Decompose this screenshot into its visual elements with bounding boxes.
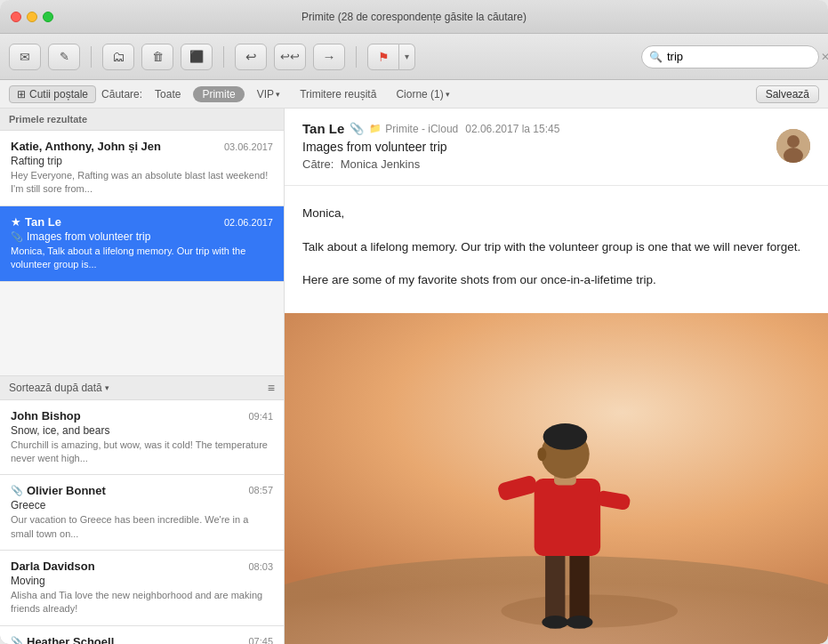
email-header-row: 📎 Olivier Bonnet 08:57 [11,484,273,497]
save-button[interactable]: Salvează [756,85,819,103]
tab-toate[interactable]: Toate [148,86,188,102]
traffic-lights [11,12,53,22]
reply-all-icon: ↩↩ [280,50,300,63]
email-sender: Olivier Bonnet [27,484,106,497]
reply-all-button[interactable]: ↩↩ [274,44,306,70]
email-body-p2: Here are some of my favorite shots from … [302,270,810,290]
tab-vip[interactable]: VIP▾ [250,86,287,102]
avatar-image [776,129,810,163]
search-icon: 🔍 [649,51,663,63]
toolbar-separator-3 [356,46,357,68]
sender-row: ★ Tan Le [11,215,61,229]
sort-bar: Sortează după dată ▾ ≡ [0,375,284,400]
ciorne-chevron-icon: ▾ [446,90,450,99]
email-preview: Alisha and Tia love the new neighborhood… [11,589,273,616]
email-sender: John Bishop [11,409,81,423]
reply-button[interactable]: ↩ [235,44,267,70]
move-button[interactable]: ⬛ [181,44,213,70]
email-image-area [285,313,828,644]
attachment-icon: 📎 [11,485,23,496]
mail-window: Primite (28 de corespondențe găsite la c… [0,0,828,644]
volunteer-trip-image [285,313,828,644]
list-item[interactable]: Darla Davidson 08:03 Moving Alisha and T… [0,551,284,626]
folder-info: 📁 Primite - iCloud [369,123,458,135]
flag-button[interactable]: ⚑ [367,44,399,70]
chevron-down-icon: ▾ [405,52,409,61]
tab-trimitere[interactable]: Trimitere reușită [293,86,383,102]
new-message-button[interactable]: ✉ [9,44,41,70]
email-header-row: Katie, Anthony, John și Jen 03.06.2017 [11,140,273,153]
email-view-left: Tan Le 📎 📁 Primite - iCloud 02.06.2017 l… [302,121,776,171]
email-date: 03.06.2017 [224,141,273,152]
email-sender: Heather Schoell [27,635,114,644]
avatar [776,129,810,163]
move-icon: ⬛ [189,50,204,63]
email-preview: Monica, Talk about a lifelong memory. Ou… [11,245,273,272]
email-sender: Tan Le [25,215,61,229]
sender-row: Katie, Anthony, John și Jen [11,140,161,153]
email-body-p1: Talk about a lifelong memory. Our trip w… [302,237,810,257]
list-item[interactable]: 📎 Olivier Bonnet 08:57 Greece Our vacati… [0,475,284,551]
minimize-button[interactable] [27,12,37,22]
forward-button[interactable]: → [313,44,345,70]
sidebar-icon: ⊞ [17,88,26,101]
filterbar: ⊞ Cutii poștale Căutare: Toate Primite V… [0,80,828,109]
titlebar: Primite (28 de corespondențe găsite la c… [0,0,828,34]
email-subject: Greece [11,499,273,511]
email-subject: Snow, ice, and bears [11,424,273,437]
delete-button[interactable]: 🗑 [141,44,173,70]
toolbar-separator-1 [91,46,92,68]
list-item[interactable]: John Bishop 09:41 Snow, ice, and bears C… [0,400,284,476]
sender-row: 📎 Olivier Bonnet [11,484,106,497]
email-date: 07:45 [248,636,273,644]
email-date: 09:41 [248,411,273,422]
email-header-row: ★ Tan Le 02.06.2017 [11,215,273,229]
close-button[interactable] [11,12,21,22]
email-preview: Our vacation to Greece has been incredib… [11,513,273,541]
archive-icon: 🗂 [112,49,125,64]
svg-rect-7 [569,544,589,622]
email-list: Katie, Anthony, John și Jen 03.06.2017 R… [0,131,284,375]
subject-row: 📎 Images from volunteer trip [11,230,273,245]
right-panel: Tan Le 📎 📁 Primite - iCloud 02.06.2017 l… [285,109,828,644]
email-preview: Churchill is amazing, but wow, was it co… [11,439,273,466]
email-view-header: Tan Le 📎 📁 Primite - iCloud 02.06.2017 l… [285,109,828,186]
toolbar: ✉ ✎ 🗂 🗑 ⬛ ↩ ↩↩ → ⚑ ▾ [0,34,828,80]
search-clear-button[interactable]: ✕ [821,51,828,63]
email-header-row: John Bishop 09:41 [11,409,273,423]
flag-button-group: ⚑ ▾ [367,44,415,70]
email-sender: Darla Davidson [11,559,95,573]
main-content: Primele rezultate Katie, Anthony, John ș… [0,109,828,644]
email-view-sender: Tan Le [302,121,344,136]
tab-primite[interactable]: Primite [193,86,244,102]
avatar-initials [776,129,810,163]
compose-button[interactable]: ✎ [48,44,80,70]
email-sender: Katie, Anthony, John și Jen [11,140,161,153]
tab-ciorne[interactable]: Ciorne (1)▾ [389,86,456,102]
email-subject: Rafting trip [11,155,273,167]
search-label: Căutare: [101,88,142,101]
email-attachment-icon: 📎 [350,122,364,135]
email-view-date: 02.06.2017 la 15:45 [465,123,559,135]
svg-point-8 [542,616,568,629]
maximize-button[interactable] [43,12,53,22]
mailbox-button[interactable]: ⊞ Cutii poștale [9,85,96,103]
email-date: 02.06.2017 [224,217,273,228]
sort-label[interactable]: Sortează după dată ▾ [9,382,109,394]
sort-chevron-icon: ▾ [105,383,109,392]
svg-rect-6 [545,544,565,622]
email-date: 08:03 [248,561,273,572]
search-box: 🔍 ✕ [641,45,819,68]
list-item[interactable]: 📎 Heather Schoell 07:45 Travel expenses … [0,626,284,644]
email-date: 08:57 [248,485,273,495]
archive-button[interactable]: 🗂 [102,44,134,70]
list-item[interactable]: ★ Tan Le 02.06.2017 📎 Images from volunt… [0,206,284,282]
list-item[interactable]: Katie, Anthony, John și Jen 03.06.2017 R… [0,131,284,206]
toolbar-separator-2 [223,46,224,68]
email-subject: Moving [11,575,273,587]
svg-point-16 [537,447,546,461]
flag-dropdown-button[interactable]: ▾ [399,44,415,70]
search-input[interactable] [667,50,816,63]
sort-icon-button[interactable]: ≡ [268,381,275,395]
star-icon: ★ [11,215,21,229]
